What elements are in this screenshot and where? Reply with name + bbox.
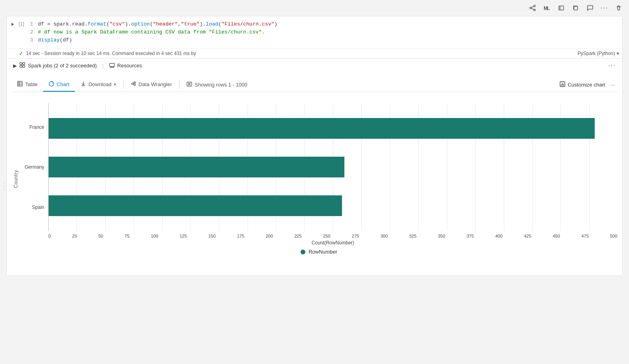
bars-grid (48, 103, 617, 231)
x-tick-75: 75 (125, 234, 130, 238)
spark-jobs-more[interactable]: ··· (608, 62, 616, 69)
x-axis-title: Count(RowNumber) (48, 240, 617, 246)
x-tick-275: 275 (352, 234, 359, 238)
x-tick-50: 50 (98, 234, 103, 238)
showing-rows: Showing rows 1 - 1000 (181, 78, 253, 91)
y-axis-labels: France Germany Spain (20, 103, 48, 231)
legend-dot (301, 250, 305, 254)
svg-point-1 (530, 7, 531, 9)
chart-inner: France Germany Spain (20, 103, 617, 255)
svg-rect-14 (110, 63, 114, 67)
svg-text:L: L (547, 6, 550, 11)
tab-chart[interactable]: Chart (43, 78, 75, 92)
top-toolbar: M L ··· (0, 0, 629, 16)
customize-chart-icon (560, 81, 565, 88)
customize-chart-button[interactable]: Customize chart (556, 80, 608, 90)
x-tick-175: 175 (237, 234, 244, 238)
cell-collapse-button[interactable] (7, 20, 19, 27)
resources-icon (109, 62, 115, 69)
code-line-1: 1 df = spark.read.format("csv").option("… (30, 20, 622, 28)
runtime-chevron[interactable]: ▾ (617, 51, 619, 56)
x-tick-0: 0 (48, 234, 51, 238)
cell-execution-number: [1] (19, 20, 30, 27)
model-icon[interactable]: M L (541, 2, 552, 14)
x-tick-350: 350 (438, 234, 445, 238)
status-text: 14 sec - Session ready in 10 sec 14 ms. … (26, 51, 196, 56)
svg-point-27 (134, 84, 136, 86)
notebook-cell: [1] 1 df = spark.read.format("csv").opti… (6, 16, 623, 59)
code-line-3: 3 display(df) (30, 36, 622, 44)
y-axis-label: Country (13, 170, 19, 188)
x-tick-375: 375 (466, 234, 474, 238)
tab-separator (123, 81, 124, 89)
download-chevron-icon: ▾ (114, 82, 116, 87)
legend-label: RowNumber (309, 249, 337, 255)
output-tabs: Table Chart Download ▾ (12, 77, 617, 92)
y-label-france: France (20, 107, 48, 147)
x-tick-25: 25 (72, 234, 77, 238)
output-panel: ··· Table Chart (6, 73, 623, 276)
side-dots: ··· (2, 182, 8, 192)
tab-more-button[interactable]: ··· (608, 80, 617, 89)
y-label-spain: Spain (20, 187, 48, 227)
bar-row-spain (49, 190, 617, 222)
bar-france (49, 118, 595, 139)
download-tab-label: Download (88, 81, 112, 87)
code-text-3: display(df) (38, 36, 622, 44)
code-text-2: # df now is a Spark DataFrame containing… (38, 28, 622, 36)
spark-jobs-toggle[interactable]: ▶ (13, 63, 17, 69)
x-tick-400: 400 (495, 234, 502, 238)
more-options-icon[interactable]: ··· (599, 2, 610, 14)
tab-data-wrangler[interactable]: Data Wrangler (125, 78, 178, 92)
code-block[interactable]: 1 df = spark.read.format("csv").option("… (30, 20, 622, 44)
spark-jobs-icon (19, 62, 26, 69)
x-tick-325: 325 (409, 234, 416, 238)
svg-rect-9 (574, 6, 578, 10)
svg-rect-7 (559, 6, 564, 10)
y-axis-label-container: Country (12, 103, 20, 255)
showing-rows-label: Showing rows 1 - 1000 (195, 82, 247, 88)
data-wrangler-label: Data Wrangler (139, 81, 172, 87)
delete-icon[interactable] (613, 2, 624, 14)
x-tick-100: 100 (151, 234, 158, 238)
tab-table[interactable]: Table (12, 78, 43, 92)
svg-point-0 (534, 5, 535, 7)
x-tick-475: 475 (581, 234, 588, 238)
x-axis-ticks: 0 25 50 75 100 125 150 175 200 225 250 2… (48, 231, 617, 238)
x-tick-450: 450 (552, 234, 560, 238)
tab-download[interactable]: Download ▾ (75, 78, 122, 92)
data-wrangler-icon (131, 81, 136, 88)
chart-tab-label: Chart (57, 81, 69, 87)
x-tick-225: 225 (294, 234, 301, 238)
comment-icon[interactable] (584, 2, 596, 14)
svg-point-25 (132, 83, 133, 85)
x-tick-500: 500 (610, 234, 617, 238)
x-tick-250: 250 (323, 234, 330, 238)
chart-tab-icon (49, 81, 54, 88)
customize-chart-label: Customize chart (568, 82, 605, 88)
download-tab-icon (81, 81, 86, 88)
line-num-1: 1 (30, 20, 38, 28)
code-line-2: 2 # df now is a Spark DataFrame containi… (30, 28, 622, 36)
chart-legend: RowNumber (20, 249, 617, 255)
tab-separator-2 (179, 81, 179, 89)
bar-spain (49, 195, 342, 216)
code-text-1: df = spark.read.format("csv").option("he… (38, 20, 622, 28)
share-icon[interactable] (527, 2, 538, 14)
svg-rect-13 (23, 65, 25, 67)
spark-jobs-label: Spark jobs (2 of 2 succeeded) (28, 63, 97, 69)
status-left: ✓ 14 sec - Session ready in 10 sec 14 ms… (19, 50, 196, 57)
toolbar-icons: M L ··· (527, 2, 624, 14)
table-tab-label: Table (25, 81, 37, 87)
duplicate-icon[interactable] (570, 2, 581, 14)
status-check-icon: ✓ (19, 50, 24, 57)
x-tick-150: 150 (208, 234, 215, 238)
svg-line-4 (531, 8, 534, 10)
bar-germany (49, 157, 344, 177)
svg-line-3 (531, 6, 534, 8)
bar-row-germany (49, 151, 617, 183)
preview-icon[interactable] (556, 2, 567, 14)
line-num-2: 2 (30, 28, 38, 36)
chart-area: Country France Germany Spain (12, 97, 617, 271)
y-label-germany: Germany (20, 147, 48, 187)
